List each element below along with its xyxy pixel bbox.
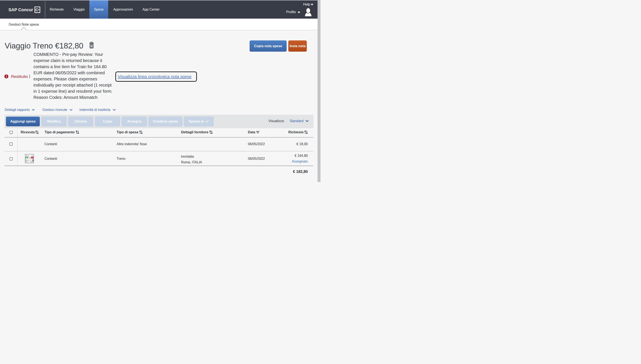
svg-text:C: C — [35, 8, 38, 12]
